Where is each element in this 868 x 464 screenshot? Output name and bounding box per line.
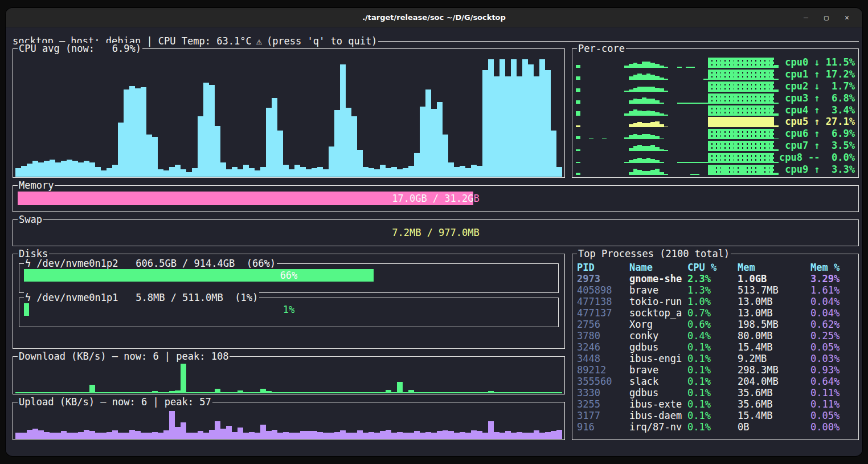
- process-row[interactable]: 477138tokio-run1.0%13.0MB0.04%: [577, 296, 855, 307]
- bar: [511, 433, 517, 439]
- bar: [708, 129, 713, 139]
- bar: [437, 431, 443, 439]
- bar: [260, 167, 266, 177]
- bar: [545, 392, 551, 393]
- bar: [726, 93, 730, 104]
- bar: [726, 105, 730, 116]
- maximize-icon[interactable]: ▢: [819, 10, 834, 25]
- bar: [129, 392, 135, 393]
- gauge-label: 17.0GB / 31.2GB: [18, 192, 473, 205]
- bar: [266, 108, 272, 177]
- process-cell-cpu: 0.1%: [687, 410, 738, 421]
- bar: [420, 107, 425, 177]
- bar: [414, 392, 420, 393]
- process-cell-pid: 3177: [577, 410, 629, 421]
- process-row[interactable]: 477137socktop_a0.7%13.0MB0.04%: [577, 307, 855, 319]
- bar: [517, 76, 522, 177]
- percore-sparkline: [576, 117, 779, 127]
- process-cell-nm: conky: [629, 330, 687, 341]
- process-row[interactable]: 916irq/87-nv0.1%0B0.00%: [577, 421, 855, 433]
- process-cell-cpu: 0.1%: [687, 398, 738, 410]
- process-row[interactable]: 3255ibus-exte0.1%35.6MB0.11%: [577, 398, 855, 410]
- process-cell-nm: ibus-daem: [629, 410, 687, 421]
- bar: [752, 58, 756, 68]
- process-cell-nm: tokio-run: [629, 296, 687, 307]
- process-row[interactable]: 405898brave1.3%513.7MB1.61%: [577, 284, 855, 296]
- close-icon[interactable]: ✕: [840, 10, 854, 25]
- process-cell-mem: 80.0MB: [738, 330, 810, 341]
- bar: [27, 164, 32, 177]
- column-header[interactable]: Mem: [738, 262, 810, 273]
- bar: [226, 392, 232, 393]
- process-row[interactable]: 3246gdbus0.1%15.4MB0.05%: [577, 341, 855, 353]
- bar: [55, 162, 61, 177]
- bar: [152, 432, 158, 439]
- bar: [726, 129, 730, 139]
- bar: [748, 117, 752, 127]
- memory-panel: Memory 17.0GB / 31.2GB17.0GB / 31.2GB: [13, 185, 859, 212]
- bar: [300, 431, 306, 439]
- column-header[interactable]: CPU %: [687, 262, 738, 273]
- process-row[interactable]: 2973gnome-she2.3%1.0GB3.29%: [577, 273, 855, 284]
- column-header[interactable]: Mem %: [810, 262, 855, 273]
- bar: [752, 165, 756, 175]
- process-cell-cpu: 0.1%: [687, 376, 738, 387]
- bar: [158, 392, 163, 393]
- disk-label: /dev/nvme0n1p1 5.8MB / 511.0MB (1%): [36, 292, 258, 303]
- bar: [494, 76, 499, 177]
- bar: [112, 430, 118, 439]
- bar: [765, 129, 770, 139]
- process-cell-cpu: 0.1%: [687, 421, 738, 433]
- column-header[interactable]: Name: [629, 262, 687, 273]
- bar: [655, 121, 660, 128]
- bar: [340, 64, 346, 177]
- bar: [551, 431, 556, 439]
- process-cell-cpu: 0.1%: [687, 364, 738, 376]
- bar: [752, 141, 756, 151]
- titlebar[interactable]: ./target/release/soc ~/D/G/socktop – ▢ ✕: [6, 8, 862, 27]
- bar: [650, 63, 655, 68]
- bar: [629, 111, 633, 115]
- bar: [380, 392, 386, 393]
- bar: [312, 431, 317, 439]
- bar: [32, 429, 38, 439]
- bar: [465, 168, 471, 177]
- process-row[interactable]: 89212brave0.1%298.3MB0.93%: [577, 364, 855, 376]
- process-row[interactable]: 2756Xorg0.6%198.5MB0.62%: [577, 319, 855, 330]
- bar: [61, 161, 67, 177]
- bar: [730, 70, 735, 80]
- percore-row-cpu6: cpu6 ↑ 6.9%: [576, 127, 855, 139]
- percore-title: Per-core: [577, 43, 626, 54]
- bar: [101, 433, 107, 439]
- process-row[interactable]: 3330gdbus0.1%35.6MB0.11%: [577, 387, 855, 398]
- bar: [642, 159, 646, 163]
- bar: [756, 117, 761, 127]
- bar: [730, 82, 735, 92]
- bar: [756, 82, 761, 92]
- bar: [646, 62, 651, 68]
- process-row[interactable]: 3448ibus-engi0.1%9.2MB0.03%: [577, 353, 855, 364]
- bar: [289, 169, 294, 177]
- bar: [642, 75, 646, 80]
- bar: [717, 153, 722, 163]
- percore-label: cpu0 ↓ 11.5%: [779, 57, 855, 68]
- bar: [637, 170, 642, 175]
- process-row[interactable]: 3177ibus-daem0.1%15.4MB0.05%: [577, 410, 855, 421]
- bar: [255, 392, 260, 393]
- process-row[interactable]: 3780conky0.4%80.0MB0.25%: [577, 330, 855, 341]
- bar: [44, 432, 50, 439]
- bar: [633, 134, 638, 139]
- bar: [238, 169, 243, 177]
- minimize-icon[interactable]: –: [799, 10, 813, 25]
- bar: [761, 93, 765, 104]
- bar: [186, 172, 192, 177]
- bar: [534, 392, 539, 393]
- column-header[interactable]: PID: [577, 262, 629, 273]
- bar: [391, 392, 397, 393]
- bar: [576, 173, 580, 175]
- process-row[interactable]: 355560slack0.1%204.0MB0.64%: [577, 376, 855, 387]
- bar: [713, 129, 717, 139]
- bar: [637, 74, 642, 80]
- bar: [650, 135, 655, 139]
- bar: [44, 392, 50, 393]
